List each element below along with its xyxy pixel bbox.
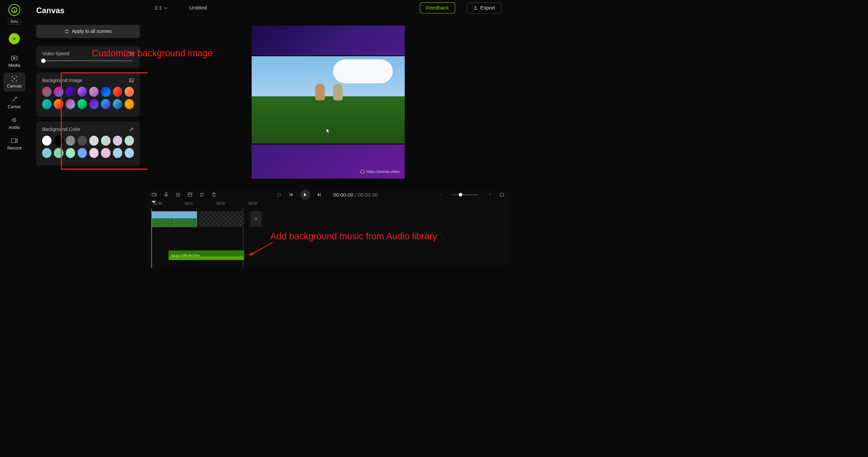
bg-image-swatch[interactable] <box>54 87 63 97</box>
feedback-button[interactable]: Feedback <box>420 2 455 14</box>
aspect-ratio-select[interactable]: 1:1 <box>155 5 168 11</box>
svg-marker-26 <box>249 252 254 256</box>
bg-color-swatch[interactable] <box>89 136 99 145</box>
stop-button[interactable] <box>276 192 282 197</box>
svg-rect-20 <box>189 194 192 197</box>
main-area: 1:1 Untitled Feedback Export <box>148 0 509 268</box>
next-button[interactable] <box>316 192 322 197</box>
bg-color-swatch[interactable] <box>66 148 75 158</box>
bg-color-swatch[interactable] <box>101 136 111 145</box>
bg-color-swatch[interactable] <box>42 136 52 145</box>
video-speed-slider[interactable] <box>43 60 133 62</box>
bg-image-swatch[interactable] <box>113 99 122 109</box>
bg-image-swatch[interactable] <box>66 99 75 109</box>
audio-clip-label: loop-chill-techno <box>171 253 200 257</box>
bg-image-label: Background Image <box>42 78 82 83</box>
zoom-slider[interactable] <box>452 194 478 195</box>
document-name[interactable]: Untitled <box>189 5 207 11</box>
zoom-out-button[interactable]: − <box>438 192 443 197</box>
bg-color-swatch[interactable] <box>101 148 111 158</box>
svg-point-11 <box>178 193 178 194</box>
timeline-tracks[interactable]: + loop-chill-techno Add background music… <box>148 209 509 268</box>
svg-rect-8 <box>152 193 155 196</box>
bg-image-swatch[interactable] <box>101 99 111 109</box>
chevron-down-icon <box>164 7 168 9</box>
left-rail: Beta + Media Canvas Cursor Audio Record <box>0 0 28 268</box>
bg-color-swatch[interactable] <box>113 148 122 158</box>
play-button[interactable] <box>300 190 310 200</box>
timeline-ruler[interactable]: 00:0000:0100:0200:03 <box>148 201 509 208</box>
rail-item-audio[interactable]: Audio <box>3 114 25 133</box>
svg-point-16 <box>176 196 177 196</box>
preview-area: https://pointa.video Customize backgroun… <box>148 16 509 188</box>
rail-item-cursor[interactable]: Cursor <box>3 93 25 112</box>
video-clip[interactable] <box>152 211 197 227</box>
bg-image-swatch[interactable] <box>124 99 134 109</box>
folder-play-icon <box>11 55 18 61</box>
annotation-audio-text: Add background music from Audio library <box>270 231 437 241</box>
slider-thumb[interactable] <box>41 59 45 63</box>
bg-image-swatch[interactable] <box>89 87 99 97</box>
bg-color-swatch[interactable] <box>66 136 75 145</box>
upload-icon <box>474 6 478 10</box>
rail-item-canvas[interactable]: Canvas <box>3 73 25 92</box>
bg-color-swatch[interactable] <box>124 148 134 158</box>
svg-point-13 <box>176 194 177 195</box>
bg-color-swatch[interactable] <box>113 136 122 145</box>
audio-clip[interactable]: loop-chill-techno <box>169 251 244 260</box>
svg-point-18 <box>179 196 180 196</box>
bg-image-swatch[interactable] <box>42 87 52 97</box>
rail-item-record[interactable]: Record <box>3 135 25 154</box>
bg-color-swatch[interactable] <box>77 136 87 145</box>
svg-point-15 <box>179 194 180 195</box>
bg-image-swatch[interactable] <box>42 99 52 109</box>
edit-icon[interactable] <box>129 127 134 132</box>
bg-color-swatch[interactable] <box>77 148 87 158</box>
video-speed-label: Video Speed <box>42 51 69 57</box>
loop-icon[interactable] <box>199 192 205 197</box>
apply-to-all-scenes-button[interactable]: Apply to all scenes <box>36 25 140 38</box>
bg-image-swatch[interactable] <box>66 87 75 97</box>
bg-image-swatch[interactable] <box>54 99 63 109</box>
bg-image-row-1 <box>42 87 134 97</box>
frame-icon <box>11 75 18 82</box>
grid-icon[interactable] <box>175 192 181 197</box>
app-logo[interactable] <box>8 4 20 16</box>
playhead[interactable] <box>152 201 156 205</box>
prev-button[interactable] <box>288 192 294 197</box>
camera-icon[interactable] <box>152 192 157 197</box>
rail-item-media[interactable]: Media <box>3 52 25 71</box>
bg-image-swatch[interactable] <box>77 87 87 97</box>
preview-canvas[interactable]: https://pointa.video <box>252 26 405 179</box>
svg-point-17 <box>178 196 178 196</box>
trash-icon[interactable] <box>211 192 216 197</box>
bg-image-swatch[interactable] <box>89 99 99 109</box>
cursor-pointer-icon <box>326 128 331 134</box>
export-button[interactable]: Export <box>467 2 501 14</box>
svg-rect-9 <box>166 193 167 195</box>
add-button[interactable]: + <box>9 33 20 44</box>
record-icon <box>11 137 18 144</box>
speaker-icon <box>11 117 18 123</box>
fit-zoom-button[interactable] <box>499 192 504 197</box>
bg-image-swatch[interactable] <box>124 87 134 97</box>
zoom-in-button[interactable]: + <box>487 192 493 197</box>
bg-color-swatch[interactable] <box>89 148 99 158</box>
mic-icon[interactable] <box>163 192 169 197</box>
bg-image-swatch[interactable] <box>113 87 122 97</box>
bg-image-swatch[interactable] <box>101 87 111 97</box>
annotation-arrow <box>245 241 275 259</box>
image-icon[interactable] <box>129 78 134 83</box>
bg-color-swatch[interactable] <box>42 148 52 158</box>
bg-color-swatch[interactable] <box>124 136 134 145</box>
add-clip-button[interactable]: + <box>250 211 262 227</box>
bg-image-swatch[interactable] <box>77 99 87 109</box>
archive-icon[interactable] <box>187 192 193 197</box>
rail-label-canvas: Canvas <box>7 84 22 89</box>
svg-point-24 <box>500 193 504 197</box>
aspect-value: 1:1 <box>155 5 162 11</box>
svg-point-6 <box>130 79 131 80</box>
bg-color-swatch[interactable] <box>54 136 63 145</box>
apply-all-label: Apply to all scenes <box>72 28 112 34</box>
bg-color-swatch[interactable] <box>54 148 63 158</box>
